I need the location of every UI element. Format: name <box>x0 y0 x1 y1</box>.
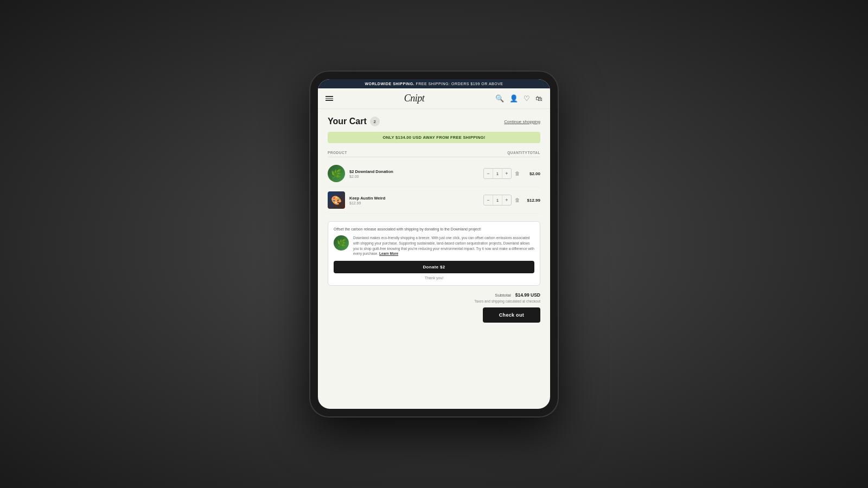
item-2-info: Keep Austin Weird $12.99 <box>349 196 479 205</box>
item-1-quantity-value: 1 <box>493 169 502 178</box>
item-2-quantity-value: 1 <box>493 195 502 205</box>
item-1-image: 🌿 <box>328 165 345 182</box>
item-1-price: $2.00 <box>349 175 479 178</box>
item-2-image-placeholder: 🎨 <box>328 191 345 209</box>
item-2-image: 🎨 <box>328 191 345 209</box>
search-icon[interactable]: 🔍 <box>495 94 504 102</box>
item-1-decrease-button[interactable]: − <box>484 169 493 178</box>
item-1-quantity-control: − 1 + <box>483 168 512 179</box>
cart-count-badge: 2 <box>370 117 380 126</box>
cart-table-header: PRODUCT QUANTITY TOTAL <box>328 149 540 157</box>
site-header: Cnipt 🔍 👤 ♡ 🛍 <box>318 88 550 109</box>
shipping-text: ONLY $134.00 USD AWAY FROM FREE SHIPPING… <box>382 135 485 140</box>
item-2-quantity-control: − 1 + <box>483 195 512 206</box>
item-2-name: Keep Austin Weird <box>349 196 479 201</box>
item-2-price: $12.99 <box>349 201 479 205</box>
donate-button[interactable]: Donate $2 <box>334 261 534 273</box>
free-shipping-progress: ONLY $134.00 USD AWAY FROM FREE SHIPPING… <box>328 132 540 143</box>
banner-normal: FREE SHIPPING: ORDERS $199 OR ABOVE <box>416 82 503 86</box>
cart-title-area: Your Cart 2 <box>328 117 380 126</box>
item-2-qty-group: − 1 + 🗑 <box>483 195 521 206</box>
item-2-total: $12.99 <box>525 198 540 203</box>
item-1-qty-group: − 1 + 🗑 <box>483 168 521 179</box>
item-1-image-placeholder: 🌿 <box>328 165 345 182</box>
item-1-delete-button[interactable]: 🗑 <box>514 171 521 176</box>
cart-icon[interactable]: 🛍 <box>535 94 542 102</box>
tablet-screen: WORLDWIDE SHIPPING. FREE SHIPPING: ORDER… <box>318 79 550 409</box>
carbon-body-text: Downland makes eco-friendly shopping a b… <box>353 235 534 256</box>
item-2-increase-button[interactable]: + <box>502 195 511 205</box>
main-content: Your Cart 2 Continue shopping ONLY $134.… <box>318 109 550 409</box>
site-logo[interactable]: Cnipt <box>404 93 425 104</box>
continue-shopping-link[interactable]: Continue shopping <box>504 119 540 124</box>
carbon-offset-box: Offset the carbon release associated wit… <box>328 221 540 286</box>
cart-item-1: 🌿 $2 Downland Donation $2.00 − 1 + 🗑 $2.… <box>328 160 540 187</box>
header-right: 🔍 👤 ♡ 🛍 <box>495 94 542 102</box>
item-1-total: $2.00 <box>525 171 540 176</box>
tax-note: Taxes and shipping calculated at checkou… <box>328 299 540 303</box>
product-column-header: PRODUCT <box>328 151 507 155</box>
item-2-delete-button[interactable]: 🗑 <box>514 197 521 203</box>
quantity-column-header: QUANTITY <box>507 151 527 155</box>
learn-more-link[interactable]: Learn More <box>379 252 398 255</box>
item-1-info: $2 Downland Donation $2.00 <box>349 169 479 178</box>
shipping-banner-bar: WORLDWIDE SHIPPING. FREE SHIPPING: ORDER… <box>318 79 550 88</box>
item-1-name: $2 Downland Donation <box>349 169 479 174</box>
tablet-frame: WORLDWIDE SHIPPING. FREE SHIPPING: ORDER… <box>309 70 559 418</box>
header-left <box>326 96 333 101</box>
total-column-header: TOTAL <box>527 151 540 155</box>
subtotal-value: $14.99 USD <box>515 292 540 298</box>
cart-title: Your Cart <box>328 117 367 126</box>
item-2-decrease-button[interactable]: − <box>484 195 493 205</box>
cart-summary: Subtotal $14.99 USD Taxes and shipping c… <box>328 292 540 323</box>
carbon-content: 🌿 Downland makes eco-friendly shopping a… <box>334 235 534 256</box>
wishlist-icon[interactable]: ♡ <box>524 94 530 102</box>
item-1-increase-button[interactable]: + <box>502 169 511 178</box>
checkout-button[interactable]: Check out <box>483 307 540 323</box>
menu-icon[interactable] <box>326 96 333 101</box>
subtotal-label: Subtotal <box>495 293 510 298</box>
banner-bold: WORLDWIDE SHIPPING. <box>365 82 414 86</box>
cart-item-2: 🎨 Keep Austin Weird $12.99 − 1 + 🗑 $12.9… <box>328 187 540 214</box>
cart-header: Your Cart 2 Continue shopping <box>328 117 540 126</box>
carbon-logo: 🌿 <box>334 235 349 251</box>
carbon-box-header: Offset the carbon release associated wit… <box>334 227 534 231</box>
subtotal-row: Subtotal $14.99 USD <box>328 292 540 298</box>
account-icon[interactable]: 👤 <box>509 94 518 102</box>
thank-you-text: Thank you! <box>334 276 534 280</box>
